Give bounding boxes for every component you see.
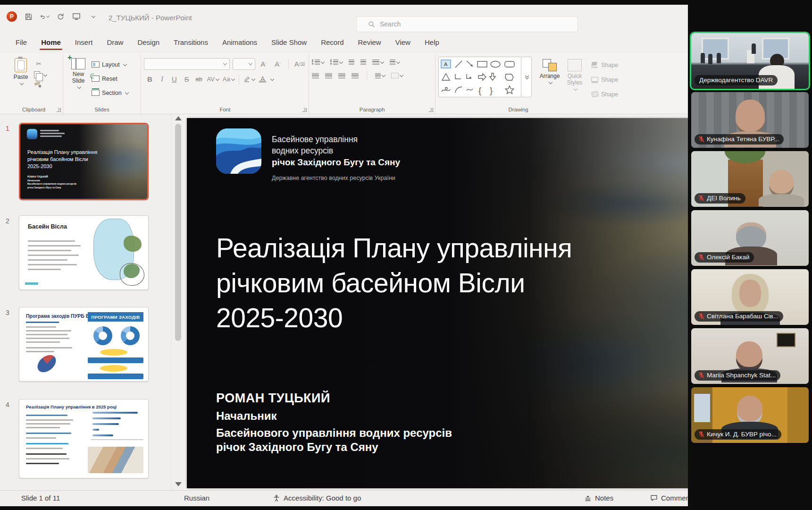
undo-icon[interactable]: [40, 12, 49, 21]
reset-icon: [92, 76, 100, 82]
participant-tile-1[interactable]: Держводагентство DAVR: [691, 33, 809, 89]
bold-button[interactable]: B: [144, 73, 155, 85]
shape-effects-button[interactable]: Shape: [590, 88, 619, 101]
font-group-label: Font: [141, 107, 309, 112]
smartart-button[interactable]: [391, 73, 403, 78]
scroll-down-arrow-icon[interactable]: [175, 482, 182, 486]
columns-button[interactable]: [375, 73, 385, 78]
tab-home[interactable]: Home: [34, 34, 68, 52]
reset-button[interactable]: Reset: [91, 72, 129, 85]
powerpoint-logo-icon[interactable]: P: [7, 11, 17, 22]
increase-font-button[interactable]: Aˆ: [258, 58, 269, 70]
ribbon: Paste ✂ Clipboard New Slide Layout: [0, 52, 689, 114]
thumbnail-scrollbar[interactable]: [171, 114, 185, 490]
bullets-button[interactable]: [312, 60, 324, 65]
shape-outline-button[interactable]: Shape: [590, 73, 619, 86]
customize-toolbar-icon[interactable]: [88, 12, 97, 21]
align-left-button[interactable]: [312, 73, 319, 78]
status-bar: Slide 1 of 11 Russian Accessibility: Goo…: [0, 490, 689, 506]
participant-5-nameplate: Світлана Барабаш Сів...: [695, 311, 783, 322]
tab-record[interactable]: Record: [314, 34, 351, 52]
language-indicator[interactable]: Russian: [184, 494, 209, 502]
title-bar: P 2_ТУЦЬКИЙ - PowerPoint Search: [0, 5, 689, 31]
search-box[interactable]: Search: [356, 16, 578, 32]
underline-button[interactable]: U: [168, 73, 180, 85]
slide-3-number: 3: [6, 309, 9, 316]
tab-review[interactable]: Review: [351, 34, 388, 52]
participant-3-nameplate: ДЕІ Волинь: [695, 193, 745, 204]
font-name-combo[interactable]: [144, 58, 229, 70]
section-button[interactable]: Section: [91, 86, 129, 99]
tab-view[interactable]: View: [388, 34, 418, 52]
decrease-font-button[interactable]: Aˇ: [272, 58, 284, 70]
tab-help[interactable]: Help: [418, 34, 446, 52]
numbering-button[interactable]: [330, 60, 343, 65]
slide-title: Реалізація Плану управління річковим бас…: [216, 230, 572, 335]
text-highlight-button[interactable]: [242, 73, 256, 85]
start-slideshow-icon[interactable]: [72, 12, 81, 21]
tab-slide-show[interactable]: Slide Show: [264, 34, 314, 52]
italic-button[interactable]: I: [156, 73, 167, 85]
mini-logo-icon: [27, 129, 37, 139]
shape-fill-button[interactable]: Shape: [590, 59, 619, 71]
search-placeholder: Search: [380, 20, 401, 28]
line-spacing-button[interactable]: [372, 60, 384, 65]
save-icon[interactable]: [24, 12, 33, 21]
participant-tile-7[interactable]: Кичук И. Д. БУВР річо...: [691, 387, 809, 443]
participant-tile-2[interactable]: Кунафіна Тетяна БУВР...: [691, 92, 809, 148]
increase-indent-button[interactable]: [360, 60, 366, 65]
copy-button[interactable]: [34, 71, 47, 78]
align-center-button[interactable]: [325, 73, 332, 78]
align-right-button[interactable]: [338, 73, 345, 78]
slide-2-thumbnail[interactable]: Басейн Вісла: [19, 215, 149, 290]
clipboard-dialog-launcher[interactable]: [57, 108, 61, 112]
scroll-up-arrow-icon[interactable]: [175, 116, 182, 120]
slide-1-thumbnail[interactable]: Реалізація Плану управління річковим бас…: [19, 123, 149, 200]
tab-transitions[interactable]: Transitions: [167, 34, 215, 52]
font-size-combo[interactable]: [233, 58, 255, 70]
copy-icon: [34, 71, 40, 78]
notes-button[interactable]: Notes: [584, 494, 613, 502]
strikethrough-button[interactable]: ab: [193, 73, 204, 85]
shapes-gallery[interactable]: A: [438, 57, 521, 97]
shadow-button[interactable]: S: [181, 73, 192, 85]
tab-file[interactable]: File: [8, 34, 34, 52]
participant-tile-5[interactable]: Світлана Барабаш Сів...: [691, 269, 809, 325]
shapes-gallery-more-button[interactable]: [521, 57, 532, 97]
participant-tile-3[interactable]: ДЕІ Волинь: [691, 151, 809, 207]
tab-draw[interactable]: Draw: [100, 34, 130, 52]
character-spacing-button[interactable]: AV: [205, 73, 220, 85]
cut-button[interactable]: ✂: [34, 59, 43, 68]
participant-tile-6[interactable]: Mariia Shpanchyk Stat...: [691, 328, 809, 384]
tab-design[interactable]: Design: [130, 34, 167, 52]
slide-3-thumbnail[interactable]: Програма заходів ПУРБ Вісли ПРОГРАМИ ЗАХ…: [19, 307, 149, 382]
clear-formatting-button[interactable]: A⌫: [293, 58, 306, 70]
quick-styles-button[interactable]: Quick Styles: [563, 55, 586, 90]
decrease-indent-button[interactable]: [349, 60, 354, 65]
text-direction-button[interactable]: [390, 60, 400, 65]
new-slide-button[interactable]: New Slide: [66, 55, 91, 104]
arrange-button[interactable]: Arrange: [536, 55, 563, 84]
donut-chart-left: [93, 326, 112, 345]
slide-4-thumbnail[interactable]: Реалізація Плану управління в 2025 році: [19, 399, 149, 478]
paste-button[interactable]: Paste: [8, 55, 34, 104]
font-dialog-launcher[interactable]: [302, 108, 307, 112]
tab-animations[interactable]: Animations: [215, 34, 264, 52]
muted-mic-icon: [698, 372, 705, 379]
format-painter-button[interactable]: [34, 81, 41, 87]
justify-button[interactable]: [352, 73, 359, 78]
slide-1-editor[interactable]: Басейнове управління водних ресурсів річ…: [187, 118, 689, 488]
shape-effects-icon: [591, 91, 599, 97]
redo-icon[interactable]: [56, 12, 65, 21]
tab-insert[interactable]: Insert: [68, 34, 100, 52]
layout-button[interactable]: Layout: [91, 58, 129, 71]
notes-icon: [584, 495, 592, 502]
slide-1-preview: Реалізація Плану управління річковим бас…: [20, 124, 147, 199]
author-name: РОМАН ТУЦЬКИЙ: [216, 391, 452, 406]
change-case-button[interactable]: Aa: [221, 73, 236, 85]
font-color-button[interactable]: A: [257, 73, 268, 85]
accessibility-checker[interactable]: Accessibility: Good to go: [273, 494, 361, 502]
participant-tile-4[interactable]: Олексій Бакай: [691, 210, 809, 266]
scrollbar-thumb[interactable]: [175, 124, 181, 341]
comments-icon: [650, 494, 658, 502]
